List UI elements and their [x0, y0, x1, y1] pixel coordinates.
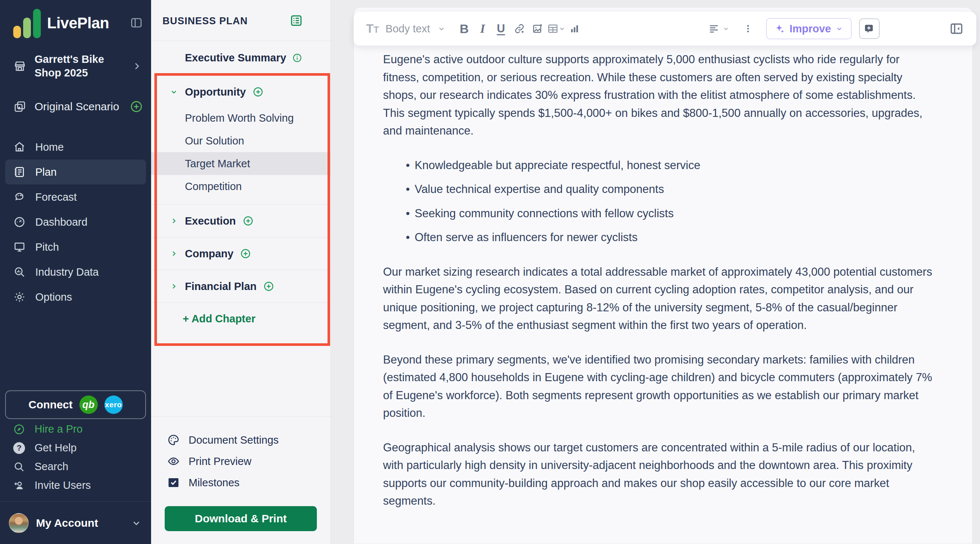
sidebar-item-industry-data[interactable]: Industry Data: [0, 259, 151, 285]
text-size-icon: TT: [366, 22, 379, 36]
hire-a-pro-link[interactable]: Hire a Pro: [0, 420, 151, 439]
insert-image-button[interactable]: [528, 19, 547, 38]
milestones-link[interactable]: Milestones: [151, 472, 331, 493]
add-section-icon[interactable]: [240, 248, 251, 259]
underline-button[interactable]: U: [492, 19, 510, 38]
section-our-solution[interactable]: Our Solution: [151, 129, 331, 152]
section-target-market[interactable]: Target Market: [151, 152, 331, 175]
link-icon: [514, 23, 525, 35]
info-icon[interactable]: [292, 53, 302, 63]
chapter-execution[interactable]: Execution: [151, 205, 331, 237]
paragraph: Our market sizing research indicates a t…: [383, 263, 933, 334]
italic-button[interactable]: I: [474, 19, 492, 38]
sidebar-item-home[interactable]: Home: [0, 135, 151, 159]
chevron-right-icon[interactable]: [169, 216, 178, 225]
sidebar-item-plan[interactable]: Plan: [5, 159, 146, 185]
sidebar-item-forecast[interactable]: Forecast: [0, 185, 151, 210]
scenario-selector[interactable]: Original Scenario: [0, 86, 151, 127]
section-problem-worth-solving[interactable]: Problem Worth Solving: [151, 107, 331, 129]
invite-users-link[interactable]: Invite Users: [0, 476, 151, 495]
sidebar-item-label: Options: [35, 291, 72, 303]
utility-label: Hire a Pro: [35, 423, 83, 435]
bullet-item: Seeking community connections with fello…: [415, 205, 933, 223]
my-account-menu[interactable]: My Account: [0, 501, 151, 544]
main-sidebar: LivePlan Garrett's Bike Shop 2025 Origin…: [0, 0, 151, 544]
xero-icon[interactable]: xero: [104, 396, 123, 414]
get-help-link[interactable]: ? Get Help: [0, 439, 151, 457]
insert-table-button[interactable]: [547, 23, 565, 35]
add-section-icon[interactable]: [253, 86, 264, 97]
sidebar-item-options[interactable]: Options: [0, 285, 151, 310]
quickbooks-icon[interactable]: qb: [80, 396, 98, 414]
chapter-list: Executive Summary Opportunity Problem Wo…: [151, 40, 331, 334]
notebook-icon: [13, 166, 26, 178]
chevron-right-icon: [132, 61, 142, 71]
footer-link-label: Milestones: [189, 477, 240, 489]
document-settings-link[interactable]: Document Settings: [151, 429, 331, 451]
chapter-company[interactable]: Company: [151, 237, 331, 270]
liveplan-app: LivePlan Garrett's Bike Shop 2025 Origin…: [0, 0, 980, 544]
paragraph: Geographical analysis shows our target c…: [383, 439, 933, 510]
insert-link-button[interactable]: [510, 19, 528, 38]
editor-toolbar: TT Body text B I U: [354, 12, 976, 46]
chevron-down-icon: [835, 25, 843, 32]
compass-icon: [13, 423, 25, 435]
document-editor-text[interactable]: Eugene's active outdoor culture supports…: [383, 51, 933, 527]
sidebar-item-label: Industry Data: [35, 266, 99, 278]
chevron-right-icon[interactable]: [169, 282, 178, 291]
connect-accounting-button[interactable]: Connect qb xero: [5, 390, 146, 419]
magnifier-chart-icon: [13, 266, 26, 278]
chevron-down-icon: [131, 518, 142, 528]
avatar: [9, 513, 29, 533]
chapter-label: Execution: [185, 215, 236, 227]
chapter-executive-summary[interactable]: Executive Summary: [151, 40, 331, 75]
add-chapter-label: + Add Chapter: [183, 313, 256, 325]
add-comment-button[interactable]: [859, 18, 880, 39]
logo: LivePlan: [0, 0, 151, 46]
chevron-right-icon[interactable]: [169, 249, 178, 258]
add-scenario-icon[interactable]: [130, 100, 143, 113]
sidebar-item-dashboard[interactable]: Dashboard: [0, 210, 151, 234]
plan-panel-footer: Document Settings Print Preview Mileston…: [151, 417, 331, 493]
gauge-icon: [13, 216, 26, 228]
sidebar-item-label: Dashboard: [35, 216, 88, 228]
ai-improve-button[interactable]: Improve: [766, 18, 852, 39]
chapter-label: Financial Plan: [185, 280, 256, 293]
text-style-label: Body text: [386, 23, 430, 35]
paragraph: Beyond these primary segments, we've ide…: [383, 351, 933, 422]
section-competition[interactable]: Competition: [151, 175, 331, 198]
outline-view-icon[interactable]: [290, 14, 303, 27]
bold-button[interactable]: B: [455, 19, 474, 38]
improve-label: Improve: [789, 23, 831, 35]
collapse-panel-icon[interactable]: [949, 21, 964, 36]
text-style-dropdown[interactable]: TT Body text: [366, 22, 445, 36]
add-chapter-button[interactable]: + Add Chapter: [151, 303, 331, 334]
sidebar-item-label: Plan: [35, 166, 57, 178]
sidebar-collapse-icon[interactable]: [130, 16, 143, 29]
insert-chart-button[interactable]: [565, 19, 584, 38]
search-link[interactable]: Search: [0, 457, 151, 476]
chapter-opportunity[interactable]: Opportunity: [151, 77, 331, 107]
utility-label: Search: [35, 461, 68, 473]
section-label: Target Market: [185, 158, 250, 170]
bullet-item: Knowledgeable but appreciate respectful,…: [415, 157, 933, 175]
panel-title: BUSINESS PLAN: [162, 16, 248, 27]
sidebar-item-label: Forecast: [35, 191, 77, 203]
chevron-down-icon[interactable]: [169, 87, 178, 96]
chevron-down-icon: [438, 25, 445, 33]
more-options-button[interactable]: [739, 19, 757, 38]
gear-icon: [13, 291, 26, 303]
sidebar-item-pitch[interactable]: Pitch: [0, 234, 151, 259]
download-print-button[interactable]: Download & Print: [165, 506, 317, 531]
bullet-item: Value technical expertise and quality co…: [415, 180, 933, 199]
print-preview-link[interactable]: Print Preview: [151, 451, 331, 472]
alignment-dropdown[interactable]: [708, 23, 729, 35]
sidebar-item-label: Pitch: [35, 241, 59, 253]
bullet-item: Often serve as influencers for newer cyc…: [415, 229, 933, 247]
add-section-icon[interactable]: [243, 215, 254, 226]
add-section-icon[interactable]: [263, 281, 274, 292]
chevron-down-icon: [723, 25, 729, 32]
chapter-financial-plan[interactable]: Financial Plan: [151, 270, 331, 302]
paragraph: Eugene's active outdoor culture supports…: [383, 51, 933, 140]
company-selector[interactable]: Garrett's Bike Shop 2025: [0, 46, 151, 86]
